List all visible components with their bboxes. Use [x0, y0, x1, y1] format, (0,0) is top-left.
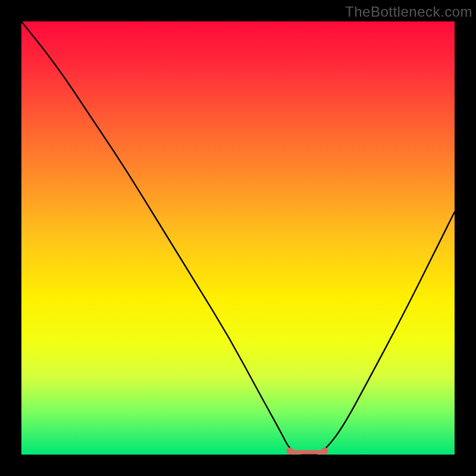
- watermark-text: TheBottleneck.com: [345, 4, 472, 20]
- optimum-marker-left: [286, 447, 293, 455]
- curve-layer: [21, 21, 455, 455]
- bottleneck-curve: [21, 21, 455, 455]
- chart-frame: TheBottleneck.com: [0, 0, 476, 476]
- optimum-marker-right: [321, 447, 328, 455]
- plot-area: [21, 21, 455, 455]
